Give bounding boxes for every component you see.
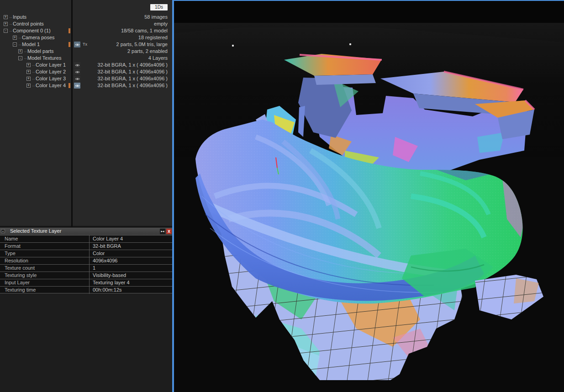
tree-item-value: 32-bit BGRA, 1 x ( 4096x4096 ) [98, 75, 168, 82]
tree-item-label: Model parts [27, 48, 53, 54]
tree-item-label: Component 0 (1) [13, 28, 51, 33]
application-window: 1Ds +Inputs 58 images +Control points em… [0, 0, 564, 392]
collapse-panel-icon[interactable]: - [1, 229, 5, 233]
property-label: Texturing style [5, 272, 37, 279]
tree-item-label: Control points [13, 21, 44, 26]
expand-icon[interactable]: + [18, 49, 22, 53]
tree-guide [19, 38, 21, 38]
property-row-name[interactable]: Name Color Layer 4 [0, 235, 173, 242]
property-row-resolution[interactable]: Resolution 4096x4096 [0, 257, 173, 264]
tree-guide [19, 45, 21, 45]
panel-header[interactable]: - Selected Texture Layer ▸◂ x [0, 228, 173, 235]
tree-item-label: Inputs [13, 14, 26, 20]
tree-item-control-points[interactable]: +Control points empty [0, 21, 173, 27]
eye-icon [75, 63, 80, 67]
tree-item-value: 2 parts, 5.0M tris, large [116, 41, 168, 48]
tree-item-model-textures[interactable]: -Model Textures 4 Layers [0, 55, 173, 62]
property-row-format[interactable]: Format 32-bit BGRA [0, 242, 173, 250]
property-row-type[interactable]: Type Color [0, 250, 173, 257]
property-value[interactable]: Color Layer 4 [93, 235, 123, 242]
tree-item-component-0[interactable]: -Component 0 (1) 18/58 cams, 1 model [0, 27, 173, 34]
property-value: Texturing layer 4 [93, 279, 130, 286]
tree-item-model-parts[interactable]: +Model parts 2 parts, 2 enabled [0, 48, 173, 55]
property-label: Texture count [5, 265, 35, 272]
panel-title: Selected Texture Layer [10, 228, 61, 234]
property-value: 4096x4096 [93, 257, 117, 264]
tree-guide [10, 17, 12, 18]
change-marker [69, 28, 70, 33]
tree-item-color-layer-3[interactable]: +Color Layer 3 32-bit BGRA, 1 x ( 4096x4… [0, 75, 173, 82]
tree-item-label: Color Layer 3 [36, 76, 66, 81]
change-marker [69, 83, 70, 88]
tree-item-value: 18 registered [138, 34, 168, 41]
visibility-toggle[interactable] [74, 42, 80, 47]
tree-item-value: 58 images [144, 14, 168, 21]
expand-icon[interactable]: + [26, 77, 31, 81]
tree-item-color-layer-1[interactable]: +Color Layer 1 32-bit BGRA, 1 x ( 4096x4… [0, 62, 173, 68]
property-row-texture-count[interactable]: Texture count 1 [0, 264, 173, 272]
visibility-toggle[interactable] [74, 83, 80, 89]
tree-item-value: 32-bit BGRA, 1 x ( 4096x4096 ) [98, 62, 168, 68]
column-divider [89, 243, 90, 250]
selected-texture-layer-panel: - Selected Texture Layer ▸◂ x Name Color… [0, 228, 173, 392]
column-divider [89, 235, 90, 243]
shoe-scan-model[interactable] [174, 0, 564, 392]
eye-icon [75, 77, 80, 81]
property-value: 32-bit BGRA [93, 243, 121, 250]
property-row-texturing-style[interactable]: Texturing style Visibility-based [0, 272, 173, 279]
tree-guide [32, 72, 35, 73]
tree-item-color-layer-4[interactable]: +Color Layer 4 32-bit BGRA, 1 x ( 4096x4… [0, 82, 173, 89]
tree-guide [10, 24, 12, 25]
property-label: Name [5, 235, 18, 242]
eye-icon [75, 84, 80, 88]
tree-guide [32, 65, 35, 66]
change-marker [69, 42, 70, 47]
property-row-input-layer[interactable]: Input Layer Texturing layer 4 [0, 279, 173, 286]
tree-item-label: Model Textures [27, 55, 61, 61]
tree-guide [32, 86, 35, 86]
tree-item-color-layer-2[interactable]: +Color Layer 2 32-bit BGRA, 1 x ( 4096x4… [0, 68, 173, 75]
close-panel-icon[interactable]: x [166, 229, 172, 234]
property-value: 1 [93, 265, 95, 272]
tree-guide [24, 58, 26, 59]
tree-item-value: 32-bit BGRA, 1 x ( 4096x4096 ) [98, 68, 168, 75]
collapse-icon[interactable]: - [4, 29, 8, 33]
tree-item-value: empty [154, 21, 168, 27]
dock-panel-icon[interactable]: ▸◂ [160, 229, 165, 234]
visibility-toggle[interactable] [74, 62, 80, 68]
tree-item-label: Color Layer 2 [36, 69, 66, 74]
property-value: Visibility-based [93, 272, 126, 279]
tree-item-value: 18/58 cams, 1 model [121, 27, 168, 34]
tree-item-label: Model 1 [22, 42, 40, 47]
tree-item-model-1[interactable]: -Model 1 Tx 2 parts, 5.0M tris, large [0, 41, 173, 48]
property-row-texturing-time[interactable]: Texturing time 00h:00m:12s [0, 286, 173, 293]
tree-item-camera-poses[interactable]: +Camera poses 18 registered [0, 34, 173, 41]
expand-icon[interactable]: + [4, 15, 8, 19]
viewport-3d[interactable] [174, 0, 564, 392]
viewport-selection-border [172, 0, 174, 392]
scan-skirt-right [475, 275, 543, 319]
visibility-toggle[interactable] [74, 76, 80, 82]
eye-icon [75, 70, 80, 74]
expand-icon[interactable]: + [26, 63, 31, 67]
collapse-icon[interactable]: - [18, 56, 22, 60]
visibility-toggle[interactable] [74, 69, 80, 75]
expand-icon[interactable]: + [4, 22, 8, 26]
property-label: Texturing time [5, 287, 36, 293]
tree-guide [32, 79, 35, 79]
tree-item-inputs[interactable]: +Inputs 58 images [0, 14, 173, 21]
column-divider [89, 265, 90, 272]
properties-table: Name Color Layer 4 Format 32-bit BGRA Ty… [0, 235, 173, 293]
scene-tree-panel: 1Ds +Inputs 58 images +Control points em… [0, 0, 173, 227]
property-value: Color [93, 250, 105, 257]
eye-icon [75, 43, 80, 47]
tree-item-value: 4 Layers [148, 55, 168, 62]
expand-icon[interactable]: + [13, 36, 17, 40]
expand-icon[interactable]: + [26, 84, 31, 88]
expand-icon[interactable]: + [26, 70, 31, 74]
process-time-badge: 1Ds [150, 4, 168, 10]
property-value: 00h:00m:12s [93, 287, 122, 293]
collapse-icon[interactable]: - [13, 42, 17, 47]
scene-tree: +Inputs 58 images +Control points empty … [0, 14, 173, 89]
tree-guide [24, 52, 26, 52]
